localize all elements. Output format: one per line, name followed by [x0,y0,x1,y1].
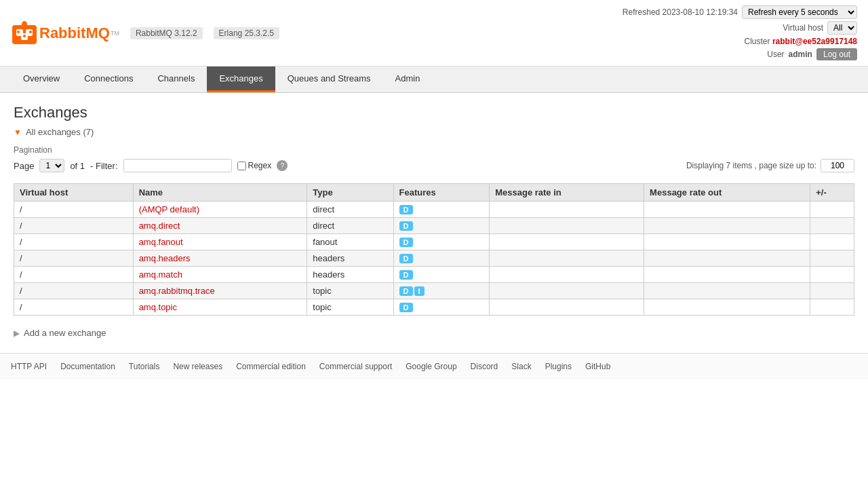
exchange-link[interactable]: amq.fanout [139,237,183,247]
page-title: Exchanges [14,104,854,121]
refresh-select[interactable]: Refresh every 5 seconds Refresh every 10… [742,5,857,19]
table-row: /amq.topictopicD [14,299,854,316]
cell-name[interactable]: amq.topic [133,299,307,316]
cluster-label: Cluster [745,37,770,46]
nav-queues[interactable]: Queues and Streams [275,67,383,92]
refresh-timestamp: Refreshed 2023-08-10 12:19:34 [623,7,738,17]
user-row: User admin Log out [767,48,857,60]
col-virtual-host: Virtual host [14,184,134,202]
footer-link[interactable]: Plugins [545,362,572,371]
footer-link[interactable]: Documentation [60,362,115,371]
nav-connections[interactable]: Connections [72,67,145,92]
cell-rate-in [490,202,644,218]
displaying-label: Displaying 7 items , page size up to: [686,161,816,170]
exchange-link[interactable]: amq.topic [139,302,177,312]
cell-rate-in [490,234,644,250]
footer-link[interactable]: HTTP API [11,362,47,371]
page-select[interactable]: 1 [39,159,64,172]
refresh-row: Refreshed 2023-08-10 12:19:34 Refresh ev… [623,5,857,19]
nav-channels[interactable]: Channels [145,67,207,92]
cell-name[interactable]: (AMQP default) [133,202,307,218]
regex-label: Regex [237,161,272,170]
cell-plusminus [810,283,854,299]
cell-vhost: / [14,250,134,267]
add-exchange-toggle[interactable]: ▶ Add a new exchange [14,324,854,342]
of-label: of 1 [70,161,85,171]
nav-overview[interactable]: Overview [11,67,72,92]
section-toggle[interactable]: ▼ All exchanges (7) [14,127,854,137]
help-icon[interactable]: ? [277,160,288,171]
svg-point-6 [17,31,20,33]
durable-badge: D [399,221,413,231]
nav-exchanges[interactable]: Exchanges [207,67,275,92]
durable-badge: D [399,303,413,312]
filter-label: - Filter: [90,161,117,171]
footer-link[interactable]: Slack [511,362,531,371]
cell-plusminus [810,234,854,250]
cell-vhost: / [14,218,134,234]
cell-rate-out [644,250,810,267]
nav-admin[interactable]: Admin [383,67,433,92]
table-row: /amq.headersheadersD [14,250,854,267]
cell-vhost: / [14,267,134,283]
exchange-table: Virtual host Name Type Features Message … [14,183,854,316]
footer-link[interactable]: Discord [471,362,498,371]
cell-type: headers [307,267,393,283]
cell-name[interactable]: amq.rabbitmq.trace [133,283,307,299]
toggle-arrow-icon: ▼ [14,128,22,137]
regex-checkbox[interactable] [237,162,246,170]
exchange-link[interactable]: amq.headers [139,253,191,263]
cell-name[interactable]: amq.match [133,267,307,283]
cell-features: D [393,250,490,267]
footer-link[interactable]: New releases [173,362,222,371]
version-badge: RabbitMQ 3.12.2 [130,27,203,39]
cell-type: fanout [307,234,393,250]
footer-link[interactable]: Commercial edition [236,362,306,371]
svg-point-5 [22,21,26,25]
nav: Overview Connections Channels Exchanges … [0,67,868,93]
vhost-row: Virtual host All / [783,21,857,35]
cell-rate-out [644,234,810,250]
cell-rate-out [644,267,810,283]
cell-rate-out [644,202,810,218]
footer: HTTP APIDocumentationTutorialsNew releas… [0,353,868,379]
cell-name[interactable]: amq.direct [133,218,307,234]
vhost-select[interactable]: All / [827,21,857,35]
cell-features: D [393,218,490,234]
exchange-link[interactable]: amq.rabbitmq.trace [139,286,215,296]
user-label: User [767,50,784,59]
footer-link[interactable]: GitHub [585,362,610,371]
cell-rate-out [644,283,810,299]
cell-name[interactable]: amq.fanout [133,234,307,250]
exchange-link[interactable]: (AMQP default) [139,204,199,214]
logo: RabbitMQ TM [11,20,119,47]
durable-badge: D [399,205,413,214]
app-name: RabbitMQ [39,24,110,42]
filter-input[interactable] [123,159,232,172]
col-type: Type [307,184,393,202]
cell-rate-out [644,299,810,316]
cell-type: direct [307,218,393,234]
exchange-link[interactable]: amq.direct [139,221,180,231]
internal-badge: I [414,286,425,296]
page-size-input[interactable] [821,159,854,172]
section-label: All exchanges (7) [26,127,94,137]
user-name: admin [789,50,812,59]
cell-name[interactable]: amq.headers [133,250,307,267]
cell-plusminus [810,267,854,283]
regex-text: Regex [248,161,272,170]
exchange-link[interactable]: amq.match [139,269,182,280]
cell-rate-out [644,218,810,234]
exchange-tbody: /(AMQP default)directD/amq.directdirectD… [14,202,854,316]
durable-badge: D [399,270,413,280]
cell-vhost: / [14,234,134,250]
cell-type: topic [307,299,393,316]
footer-link[interactable]: Google Group [406,362,456,371]
col-rate-out: Message rate out [644,184,810,202]
table-header-row: Virtual host Name Type Features Message … [14,184,854,202]
col-name: Name [133,184,307,202]
footer-link[interactable]: Commercial support [319,362,392,371]
footer-link[interactable]: Tutorials [129,362,160,371]
col-rate-in: Message rate in [490,184,644,202]
logout-button[interactable]: Log out [816,48,857,60]
